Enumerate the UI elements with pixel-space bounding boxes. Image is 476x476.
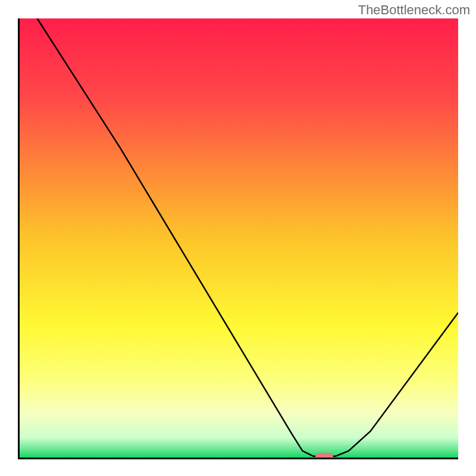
y-axis — [18, 18, 20, 459]
optimum-marker — [315, 453, 333, 458]
bottleneck-curve — [20, 18, 458, 458]
bottleneck-chart: TheBottleneck.com — [0, 0, 476, 476]
watermark-text: TheBottleneck.com — [358, 2, 470, 18]
plot-area — [20, 18, 458, 458]
x-axis — [18, 458, 458, 459]
